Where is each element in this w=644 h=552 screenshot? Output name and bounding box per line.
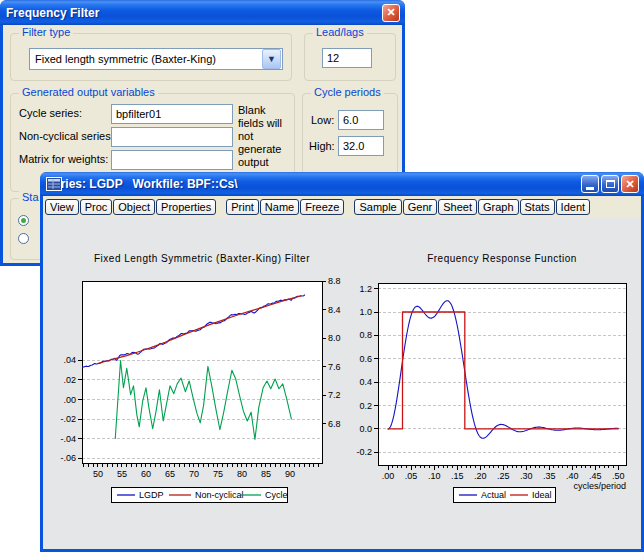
filter-type-group: Filter type Fixed length symmetric (Baxt… [10,33,292,81]
toolbar-button-print[interactable]: Print [226,199,259,215]
right-axis-tick-label: 7.6 [328,362,341,372]
graph-client-area: Fixed Length Symmetric (Baxter-King) Fil… [43,218,641,549]
left-axis-tick-label: -.06 [60,453,76,463]
blank-fields-note: Blank fields will not generate output [238,104,294,169]
x-axis-tick-label: .45 [589,471,602,481]
frequency-response-chart: Frequency Response Function1.21.00.80.60… [350,250,642,512]
left-axis-tick-label: -.02 [60,414,76,424]
high-label: High: [309,140,335,152]
toolbar-button-properties[interactable]: Properties [156,199,216,215]
x-axis-tick-label: 60 [141,469,151,479]
maximize-icon [606,180,615,188]
x-axis-tick-label: 70 [189,469,199,479]
stationary-radio-2[interactable] [18,233,29,244]
cycle-series-input[interactable] [111,104,233,124]
x-axis-label: cycles/period [573,481,626,491]
legend-label: Cycle [265,490,288,500]
close-button[interactable]: ✕ [621,175,639,193]
dialog-title: Frequency Filter [6,6,380,20]
toolbar-button-view[interactable]: View [45,199,79,215]
toolbar-button-sample[interactable]: Sample [354,199,401,215]
x-axis-tick-label: .40 [566,471,579,481]
x-axis-tick-label: .00 [382,471,395,481]
maximize-button[interactable] [601,175,619,193]
toolbar-button-name[interactable]: Name [260,199,299,215]
matrix-weights-input[interactable] [111,150,233,170]
y-axis-tick-label: 0.0 [359,424,372,434]
toolbar-button-ident[interactable]: Ident [556,199,590,215]
legend-label: Ideal [532,490,552,500]
x-axis-tick-label: .05 [405,471,418,481]
series-icon [46,177,62,191]
right-axis-tick-label: 7.2 [328,390,341,400]
x-axis-tick-label: .35 [543,471,556,481]
radio-dot [21,218,26,223]
x-axis-tick-label: .30 [520,471,533,481]
toolbar-button-graph[interactable]: Graph [478,199,519,215]
y-axis-tick-label: 0.8 [359,330,372,340]
lead-lags-group-label: Lead/lags [313,26,367,38]
matrix-weights-label: Matrix for weights: [19,153,108,165]
toolbar-group: SampleGenrSheetGraphStatsIdent [354,199,591,215]
x-axis-tick-label: 85 [261,469,271,479]
baxter-king-filter-chart: Fixed Length Symmetric (Baxter-King) Fil… [45,250,345,512]
toolbar-group: ViewProcObjectProperties [45,199,217,215]
lead-lags-input[interactable] [322,48,372,68]
x-axis-tick-label: .10 [428,471,441,481]
x-axis-tick-label: 65 [165,469,175,479]
toolbar-button-object[interactable]: Object [113,199,155,215]
toolbar-button-freeze[interactable]: Freeze [300,199,344,215]
x-axis-tick-label: 55 [117,469,127,479]
x-axis-tick-label: .20 [474,471,487,481]
left-axis-tick-label: -.04 [60,434,76,444]
series-window: Series: LGDP Workfile: BPF::Cs\ ✕ ViewPr… [40,172,644,552]
minimize-icon [586,187,594,190]
toolbar-button-stats[interactable]: Stats [520,199,555,215]
toolbar-button-genr[interactable]: Genr [403,199,437,215]
y-axis-tick-label: 0.4 [359,377,372,387]
y-axis-tick-label: 0.2 [359,401,372,411]
left-axis-tick-label: .02 [63,375,76,385]
chevron-down-icon[interactable]: ▼ [262,49,281,69]
legend-label: LGDP [139,490,164,500]
low-input[interactable] [338,110,384,130]
desktop: { "filter_dialog": { "title": "Frequency… [0,0,644,552]
right-axis-tick-label: 8.0 [328,333,341,343]
right-axis-tick-label: 8.8 [328,276,341,286]
low-label: Low: [311,114,334,126]
y-axis-tick-label: 1.0 [359,307,372,317]
filter-type-select[interactable]: Fixed length symmetric (Baxter-King) ▼ [29,48,283,70]
y-axis-tick-label: 1.2 [359,284,372,294]
x-axis-tick-label: 80 [237,469,247,479]
cycle-periods-group-label: Cycle periods [311,86,384,98]
plot-area [82,281,322,463]
non-cyclical-series-input[interactable] [111,127,233,147]
chart-title: Fixed Length Symmetric (Baxter-King) Fil… [94,253,310,264]
x-axis-tick-label: .50 [612,471,625,481]
non-cyclical-series-label: Non-cyclical series: [19,130,114,142]
x-axis-tick-label: 90 [285,469,295,479]
toolbar-button-proc[interactable]: Proc [80,199,113,215]
y-axis-tick-label: -0.2 [356,447,372,457]
minimize-button[interactable] [581,175,599,193]
series-toolbar: ViewProcObjectPropertiesPrintNameFreezeS… [43,196,641,219]
chart-title: Frequency Response Function [427,253,577,264]
right-axis-tick-label: 6.8 [328,419,341,429]
stationary-radio-1[interactable] [18,215,29,226]
toolbar-group: PrintNameFreeze [226,199,345,215]
right-axis-tick-label: 8.4 [328,305,341,315]
x-axis-tick-label: .25 [497,471,510,481]
high-input[interactable] [338,136,384,156]
dialog-titlebar[interactable]: Frequency Filter ✕ [0,0,405,25]
plot-area [378,283,626,465]
y-axis-tick-label: 0.6 [359,354,372,364]
generated-output-group-label: Generated output variables [19,86,158,98]
series-titlebar[interactable]: Series: LGDP Workfile: BPF::Cs\ ✕ [40,172,644,196]
x-axis-tick-label: 75 [213,469,223,479]
left-axis-tick-label: .00 [63,395,76,405]
series-title: Series: LGDP Workfile: BPF::Cs\ [46,177,579,191]
toolbar-button-sheet[interactable]: Sheet [438,199,477,215]
x-axis-tick-label: 50 [93,469,103,479]
dialog-close-button[interactable]: ✕ [382,4,400,22]
lead-lags-group: Lead/lags [304,33,396,81]
